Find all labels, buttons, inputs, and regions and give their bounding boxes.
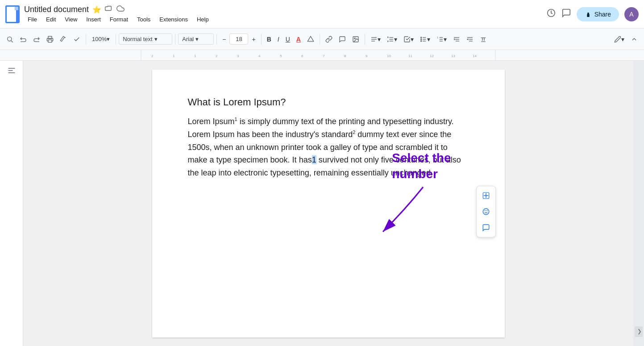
italic-button[interactable]: I — [275, 34, 282, 45]
collapse-toolbar-button[interactable] — [628, 34, 640, 45]
indent-less-button[interactable] — [464, 34, 476, 45]
doc-body: Lorem Ipsum1 is simply dummy text of the… — [188, 115, 469, 179]
edge-tab[interactable] — [635, 326, 643, 337]
toolbar: 100%▾ Normal text ▾ Arial ▾ − + B I U A … — [0, 29, 644, 50]
svg-text:1: 1 — [173, 54, 175, 58]
svg-text:2: 2 — [216, 54, 218, 58]
left-sidebar — [0, 61, 23, 346]
svg-rect-31 — [0, 50, 644, 61]
selected-number: 1 — [312, 155, 316, 164]
svg-point-20 — [421, 41, 422, 42]
svg-rect-6 — [48, 40, 52, 42]
menu-bar: File Edit View Insert Format Tools Exten… — [24, 15, 546, 24]
separator-5 — [261, 34, 262, 45]
svg-text:9: 9 — [366, 54, 368, 58]
cloud-save-icon[interactable] — [116, 4, 125, 14]
highlight-button[interactable] — [304, 34, 317, 45]
svg-text:14: 14 — [473, 54, 477, 58]
search-button[interactable] — [4, 34, 16, 45]
print-button[interactable] — [44, 34, 56, 45]
insert-image-button[interactable] — [349, 34, 362, 45]
canvas-area[interactable]: What is Lorem Ipsum? Lorem Ipsum1 is sim… — [23, 61, 633, 346]
float-comment-button[interactable] — [478, 220, 494, 235]
float-toolbar — [476, 186, 496, 238]
right-edge — [633, 61, 644, 346]
zoom-selector[interactable]: 100%▾ — [89, 34, 113, 44]
svg-point-57 — [483, 208, 489, 215]
document-title[interactable]: Untitled document — [24, 5, 89, 14]
separator-1 — [86, 34, 86, 45]
clear-format-button[interactable] — [477, 34, 490, 45]
increase-font-size[interactable]: + — [249, 34, 258, 45]
bullet-list-button[interactable]: ▾ — [417, 34, 433, 45]
history-icon[interactable] — [546, 8, 556, 20]
undo-button[interactable] — [17, 34, 29, 45]
star-icon[interactable]: ⭐ — [92, 5, 101, 14]
edit-pen-button[interactable]: ▾ — [611, 34, 627, 45]
menu-help[interactable]: Help — [193, 15, 212, 24]
share-label: Share — [594, 11, 611, 18]
share-button[interactable]: Share — [577, 7, 619, 21]
comments-icon[interactable] — [561, 8, 571, 20]
svg-text:3: 3 — [237, 54, 239, 58]
outline-icon[interactable] — [7, 66, 16, 77]
folder-icon[interactable] — [105, 4, 113, 14]
decrease-font-size[interactable]: − — [220, 34, 229, 45]
link-button[interactable] — [323, 34, 335, 45]
document-page: What is Lorem Ipsum? Lorem Ipsum1 is sim… — [152, 70, 505, 338]
menu-extensions[interactable]: Extensions — [156, 15, 191, 24]
style-value: Normal text — [123, 36, 152, 42]
menu-tools[interactable]: Tools — [133, 15, 154, 24]
avatar-initials: A — [629, 11, 633, 18]
font-size-input[interactable] — [229, 33, 248, 45]
underline-button[interactable]: U — [283, 34, 293, 45]
checklist-button[interactable]: ▾ — [401, 34, 416, 45]
svg-text:5: 5 — [280, 54, 282, 58]
svg-text:12: 12 — [430, 54, 434, 58]
svg-text:10: 10 — [387, 54, 391, 58]
redo-button[interactable] — [30, 34, 43, 45]
title-section: Untitled document ⭐ File Edit View Inser… — [24, 4, 546, 24]
menu-insert[interactable]: Insert — [83, 15, 104, 24]
menu-edit[interactable]: Edit — [42, 15, 59, 24]
title-icons: ⭐ — [92, 4, 125, 14]
style-selector[interactable]: Normal text ▾ — [119, 33, 172, 45]
header-right: Share A — [546, 7, 639, 21]
separator-3 — [175, 34, 175, 45]
user-avatar[interactable]: A — [624, 7, 639, 21]
svg-text:11: 11 — [408, 54, 412, 58]
docs-logo-icon — [5, 5, 20, 23]
float-add-button[interactable] — [478, 188, 494, 203]
svg-text:4: 4 — [258, 54, 261, 58]
menu-view[interactable]: View — [61, 15, 81, 24]
svg-point-2 — [587, 13, 589, 14]
menu-format[interactable]: Format — [106, 15, 132, 24]
paint-format-button[interactable] — [57, 34, 70, 45]
main-area: What is Lorem Ipsum? Lorem Ipsum1 is sim… — [0, 61, 644, 346]
align-button[interactable]: ▾ — [368, 34, 383, 45]
float-emoji-button[interactable] — [478, 204, 494, 219]
svg-text:6: 6 — [301, 54, 303, 58]
numbered-list-button[interactable]: 1▾ — [434, 34, 449, 45]
lorem-ipsum-text: Lorem Ipsum — [188, 117, 235, 126]
bold-button[interactable]: B — [264, 34, 274, 45]
separator-7 — [365, 34, 365, 45]
separator-6 — [320, 34, 320, 45]
svg-text:13: 13 — [451, 54, 455, 58]
text-color-button[interactable]: A — [294, 34, 303, 45]
svg-text:1: 1 — [194, 54, 196, 58]
menu-file[interactable]: File — [24, 15, 41, 24]
indent-more-button[interactable] — [450, 34, 463, 45]
svg-point-18 — [421, 37, 422, 38]
doc-heading: What is Lorem Ipsum? — [188, 96, 469, 108]
svg-text:7: 7 — [323, 54, 325, 58]
ruler: 21 12 34 56 78 910 1112 1314 — [0, 50, 644, 61]
line-spacing-button[interactable]: ▾ — [384, 34, 400, 45]
insert-comment-button[interactable] — [336, 34, 349, 45]
svg-line-4 — [11, 41, 13, 42]
font-selector[interactable]: Arial ▾ — [178, 33, 214, 45]
svg-point-19 — [421, 39, 422, 40]
separator-2 — [116, 34, 116, 45]
spell-check-button[interactable] — [71, 34, 83, 45]
font-value: Arial — [182, 36, 194, 42]
